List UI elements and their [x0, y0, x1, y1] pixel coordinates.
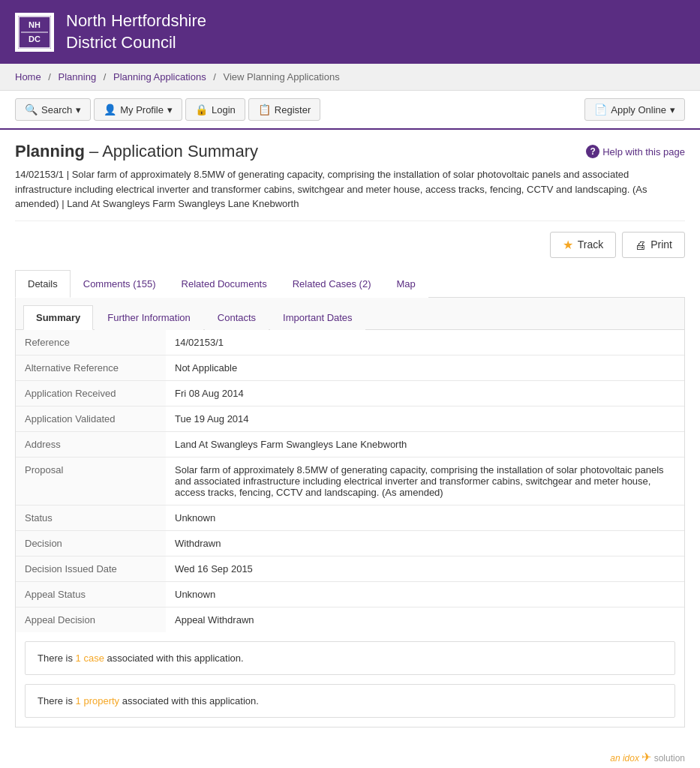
field-value: Appeal Withdrawn [166, 607, 684, 632]
field-value: Withdrawn [166, 530, 684, 556]
field-value: Tue 19 Aug 2014 [166, 406, 684, 431]
field-value: Not Applicable [166, 355, 684, 380]
property-link[interactable]: 1 property [76, 695, 120, 706]
track-label: Track [578, 238, 603, 250]
field-label: Decision Issued Date [16, 556, 166, 581]
profile-button[interactable]: 👤 My Profile ▾ [94, 98, 182, 121]
table-row: Application ReceivedFri 08 Aug 2014 [16, 380, 684, 406]
nav-toolbar: 🔍 Search ▾ 👤 My Profile ▾ 🔒 Login 📋 Regi… [0, 91, 700, 130]
help-label: Help with this page [602, 146, 685, 158]
register-button[interactable]: 📋 Register [248, 98, 320, 121]
table-row: DecisionWithdrawn [16, 530, 684, 556]
tab-content: Summary Further Information Contacts Imp… [15, 298, 685, 728]
field-label: Application Received [16, 380, 166, 406]
main-content: Planning – Application Summary ? Help wi… [0, 130, 700, 740]
apply-icon: 📄 [594, 104, 607, 116]
tab-related-cases[interactable]: Related Cases (2) [280, 270, 384, 298]
org-logo: NH DC [15, 13, 54, 52]
field-value: Unknown [166, 505, 684, 530]
tab-related-documents[interactable]: Related Documents [169, 270, 280, 298]
table-row: Application ValidatedTue 19 Aug 2014 [16, 406, 684, 431]
login-button[interactable]: 🔒 Login [185, 98, 245, 121]
subtab-important-dates[interactable]: Important Dates [270, 305, 365, 330]
apply-dropdown-icon: ▾ [670, 104, 675, 116]
table-row: Reference14/02153/1 [16, 330, 684, 356]
breadcrumb-planning-apps[interactable]: Planning Applications [113, 71, 206, 82]
print-button[interactable]: 🖨 Print [622, 232, 685, 258]
field-label: Decision [16, 530, 166, 556]
site-header: NH DC North Hertfordshire District Counc… [0, 0, 700, 64]
field-label: Application Validated [16, 406, 166, 431]
breadcrumb-home[interactable]: Home [15, 71, 41, 82]
table-row: Appeal StatusUnknown [16, 581, 684, 607]
action-buttons: ★ Track 🖨 Print [15, 232, 685, 258]
breadcrumb-planning[interactable]: Planning [59, 71, 97, 82]
search-icon: 🔍 [25, 104, 38, 116]
field-label: Appeal Status [16, 581, 166, 607]
footer: an idox ✈ solution [0, 740, 700, 768]
page-title-bar: Planning – Application Summary ? Help wi… [15, 142, 685, 161]
field-label: Alternative Reference [16, 355, 166, 380]
org-title: North Hertfordshire District Council [66, 10, 206, 53]
info-box-property: There is 1 property associated with this… [25, 684, 675, 718]
lock-icon: 🔒 [195, 104, 208, 116]
breadcrumb: Home / Planning / Planning Applications … [0, 64, 700, 91]
field-label: Address [16, 431, 166, 457]
profile-icon: 👤 [104, 104, 116, 116]
field-value: 14/02153/1 [166, 330, 684, 356]
subtab-contacts[interactable]: Contacts [205, 305, 269, 330]
breadcrumb-current: View Planning Applications [224, 71, 340, 82]
printer-icon: 🖨 [635, 238, 646, 251]
footer-solution: solution [654, 753, 685, 764]
tab-comments[interactable]: Comments (155) [71, 270, 169, 298]
field-value: Unknown [166, 581, 684, 607]
tab-details[interactable]: Details [15, 270, 71, 298]
main-tabs: Details Comments (155) Related Documents… [15, 270, 685, 298]
field-label: Appeal Decision [16, 607, 166, 632]
info-box-cases: There is 1 case associated with this app… [25, 641, 675, 675]
search-button[interactable]: 🔍 Search ▾ [15, 98, 91, 121]
tab-map[interactable]: Map [384, 270, 428, 298]
register-label: Register [275, 104, 311, 116]
field-label: Proposal [16, 457, 166, 505]
idox-icon: ✈ [641, 751, 651, 764]
table-row: Decision Issued DateWed 16 Sep 2015 [16, 556, 684, 581]
field-value: Wed 16 Sep 2015 [166, 556, 684, 581]
field-label: Status [16, 505, 166, 530]
table-row: Appeal DecisionAppeal Withdrawn [16, 607, 684, 632]
application-description: 14/02153/1 | Solar farm of approximately… [15, 167, 685, 221]
apply-online-button[interactable]: 📄 Apply Online ▾ [584, 98, 685, 121]
breadcrumb-sep-2: / [104, 71, 107, 82]
star-icon: ★ [563, 238, 573, 252]
page-title-bold: Planning [15, 142, 85, 160]
footer-brand: an idox [610, 753, 639, 764]
sub-tabs: Summary Further Information Contacts Imp… [16, 298, 684, 330]
field-label: Reference [16, 330, 166, 356]
help-link[interactable]: ? Help with this page [586, 145, 685, 158]
subtab-further-info[interactable]: Further Information [95, 305, 203, 330]
table-row: Alternative ReferenceNot Applicable [16, 355, 684, 380]
breadcrumb-sep-1: / [48, 71, 51, 82]
profile-dropdown-icon: ▾ [167, 104, 173, 116]
table-row: StatusUnknown [16, 505, 684, 530]
table-row: ProposalSolar farm of approximately 8.5M… [16, 457, 684, 505]
cases-link[interactable]: 1 case [76, 652, 104, 664]
track-button[interactable]: ★ Track [550, 232, 616, 258]
search-dropdown-icon: ▾ [76, 104, 81, 116]
page-title-rest: – Application Summary [85, 142, 258, 160]
breadcrumb-sep-3: / [213, 71, 216, 82]
summary-table: Reference14/02153/1Alternative Reference… [16, 330, 684, 632]
field-value: Solar farm of approximately 8.5MW of gen… [166, 457, 684, 505]
print-label: Print [650, 238, 672, 250]
table-row: AddressLand At Swangleys Farm Swangleys … [16, 431, 684, 457]
search-label: Search [41, 104, 72, 116]
apply-online-label: Apply Online [611, 104, 666, 116]
svg-text:DC: DC [29, 34, 41, 44]
register-icon: 📋 [258, 104, 271, 116]
login-label: Login [212, 104, 236, 116]
page-title: Planning – Application Summary [15, 142, 258, 161]
subtab-summary[interactable]: Summary [23, 305, 93, 330]
field-value: Fri 08 Aug 2014 [166, 380, 684, 406]
help-icon: ? [586, 145, 599, 158]
field-value: Land At Swangleys Farm Swangleys Lane Kn… [166, 431, 684, 457]
